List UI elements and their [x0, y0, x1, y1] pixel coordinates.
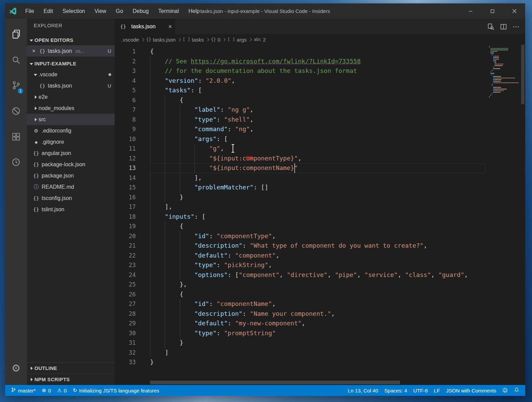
- minimap[interactable]: [489, 45, 520, 98]
- code-line-28: 28"description": "Name your component.",: [115, 309, 525, 319]
- code-line-19: 19{: [115, 221, 525, 231]
- activity-explorer-button[interactable]: [5, 22, 27, 48]
- outline-header[interactable]: OUTLINE: [27, 362, 115, 374]
- tree-item-package-lock-json[interactable]: {}package-lock.json: [27, 159, 115, 170]
- code-text: "id": "componentName",: [150, 299, 276, 309]
- status-language-status[interactable]: ↻Initializing JS/TS language features: [70, 385, 162, 396]
- status-notifications[interactable]: [511, 385, 522, 396]
- mouse-cursor-ibeam: [231, 144, 235, 153]
- minimap-line: [489, 84, 520, 85]
- problem-marker: [246, 156, 253, 159]
- status-cursor-position[interactable]: Ln 13, Col 40: [345, 385, 381, 396]
- open-editor-path: .vs...: [74, 48, 85, 54]
- npm-scripts-header[interactable]: NPM SCRIPTS: [27, 374, 115, 385]
- indent-guide: [150, 328, 165, 338]
- chevron-down-icon: [28, 61, 34, 67]
- tree-item-e2e[interactable]: e2e: [27, 91, 115, 103]
- tree-item--vscode[interactable]: .vscode: [27, 69, 115, 80]
- menu-debug[interactable]: Debug: [128, 3, 153, 19]
- code-line-33: 33}: [115, 357, 525, 367]
- tree-item--editorconfig[interactable]: ⚙.editorconfig: [27, 125, 115, 136]
- breadcrumb-item-args[interactable]: [ ]args: [227, 37, 247, 43]
- breadcrumb-item--vscode[interactable]: .vscode: [121, 37, 139, 43]
- settings-button[interactable]: ⚙: [5, 355, 27, 381]
- indent-guide: [180, 154, 194, 164]
- indent-guide: [150, 66, 165, 76]
- activity-debug-button[interactable]: [5, 99, 27, 124]
- status-indentation[interactable]: Spaces: 4: [381, 385, 410, 396]
- status-git-branch[interactable]: master*: [8, 385, 39, 396]
- status-warnings[interactable]: ⚠0: [54, 385, 70, 396]
- line-number: 6: [115, 95, 136, 105]
- tree-item-tasks-json[interactable]: {}tasks.jsonU: [27, 80, 115, 91]
- minimize-button[interactable]: [460, 3, 482, 19]
- warning-icon: ⚠: [57, 387, 62, 393]
- tab-close-icon[interactable]: ×: [168, 23, 172, 30]
- tree-item-src[interactable]: src: [27, 114, 115, 125]
- close-editor-icon[interactable]: ×: [30, 48, 37, 55]
- open-editors-header[interactable]: OPEN EDITORS: [27, 35, 115, 45]
- breadcrumb-item-tasks-json[interactable]: {}tasks.json: [146, 37, 176, 43]
- activity-extensions-button[interactable]: [5, 124, 27, 150]
- indent-guide: [150, 231, 165, 241]
- code-line-12: 12"${input:componentType}",: [115, 154, 525, 164]
- indent-guide: [180, 299, 194, 309]
- menu-selection[interactable]: Selection: [58, 3, 90, 19]
- tree-item-README-md[interactable]: ⓘREADME.md: [27, 181, 115, 192]
- indent-guide: [150, 124, 165, 134]
- tree-item-angular-json[interactable]: {}angular.json: [27, 148, 115, 159]
- breadcrumb-item-2[interactable]: abc2: [254, 37, 266, 43]
- code-line-22: 22"default": "component",: [115, 251, 525, 261]
- status-language-mode[interactable]: JSON with Comments: [443, 385, 500, 396]
- tree-item-tsconfig-json[interactable]: {}tsconfig.json: [27, 192, 115, 204]
- activity-source-control-button[interactable]: 1: [5, 73, 27, 99]
- activity-extension-view-button[interactable]: [5, 150, 27, 175]
- maximize-button[interactable]: [482, 3, 503, 19]
- menu-view[interactable]: View: [90, 3, 111, 19]
- tree-item-node-modules[interactable]: node_modules: [27, 103, 115, 114]
- code-line-3: 3// for the documentation about the task…: [115, 66, 525, 76]
- indent-guide: [150, 202, 165, 212]
- explorer-title: EXPLORER: [27, 19, 115, 32]
- status-encoding[interactable]: UTF-8: [410, 385, 431, 396]
- more-actions-button[interactable]: ⋯: [513, 22, 520, 31]
- status-eol[interactable]: LF: [431, 385, 443, 396]
- line-number: 5: [115, 86, 136, 95]
- bell-icon: [514, 387, 519, 394]
- menu-go[interactable]: Go: [111, 3, 128, 19]
- sidebar-bottom-sections: OUTLINE NPM SCRIPTS: [27, 362, 115, 385]
- code-editor[interactable]: 1{2// See https://go.microsoft.com/fwlin…: [115, 45, 525, 385]
- minimap-line: [489, 73, 520, 74]
- open-editor-item[interactable]: ×{}tasks.json.vs...U: [27, 45, 115, 57]
- code-line-8: 8"type": "shell",: [115, 115, 525, 125]
- vertical-scrollbar[interactable]: [520, 45, 525, 385]
- horizontal-scrollbar[interactable]: [150, 381, 400, 384]
- status-label: Spaces: 4: [384, 388, 407, 393]
- search-editor-button[interactable]: [487, 23, 494, 30]
- tree-item-package-json[interactable]: {}package.json: [27, 170, 115, 181]
- explorer-icon: [11, 29, 21, 41]
- code-line-31: 31}: [115, 338, 525, 348]
- indent-guide: [150, 241, 165, 251]
- code-line-14: 14],: [115, 173, 525, 183]
- tree-item-tslint-json[interactable]: {}tslint.json: [27, 204, 115, 215]
- breadcrumb-item-tasks[interactable]: [ ]tasks: [183, 37, 204, 43]
- status-errors[interactable]: ⊗0: [39, 385, 54, 396]
- indent-guide: [165, 163, 179, 173]
- tab-tasks-json[interactable]: {} tasks.json ×: [115, 19, 175, 34]
- menu-file[interactable]: File: [20, 3, 39, 19]
- activity-search-button[interactable]: [5, 48, 27, 73]
- split-editor-button[interactable]: [500, 23, 507, 30]
- menu-edit[interactable]: Edit: [39, 3, 58, 19]
- project-header[interactable]: INPUT-EXAMPLE: [27, 59, 115, 69]
- debug-icon: [11, 106, 21, 117]
- breadcrumb-item-0[interactable]: {}0: [211, 37, 221, 43]
- indent-guide: [150, 173, 165, 183]
- indent-guide: [180, 251, 194, 261]
- tree-item--gitignore[interactable]: ◆.gitignore: [27, 136, 115, 148]
- status-feedback[interactable]: ☺: [499, 385, 511, 396]
- line-number: 16: [115, 192, 136, 202]
- menu-terminal[interactable]: Terminal: [153, 3, 183, 19]
- close-button[interactable]: [503, 3, 525, 19]
- code-line-23: 23"type": "pickString",: [115, 260, 525, 270]
